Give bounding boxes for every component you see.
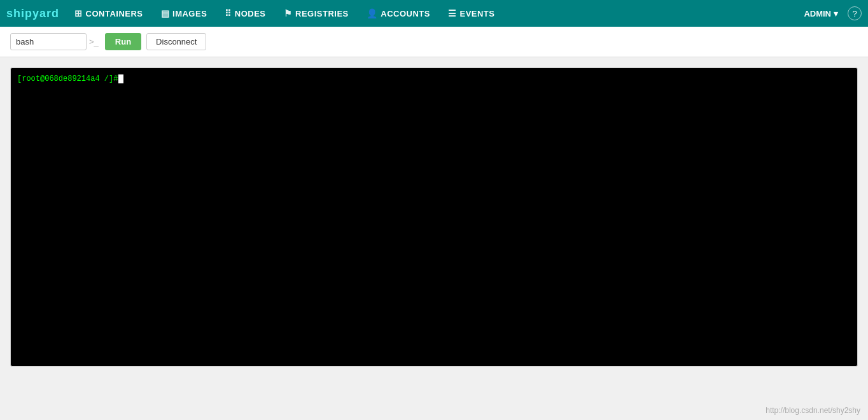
containers-label: CONTAINERS xyxy=(86,9,143,18)
dropdown-icon: ▾ xyxy=(834,9,838,18)
command-toolbar: >_ Run Disconnect xyxy=(0,27,868,57)
prompt-icon: >_ xyxy=(89,37,99,46)
admin-label: ADMIN xyxy=(804,9,831,18)
terminal[interactable]: [root@068de89214a4 /]# xyxy=(10,67,858,367)
images-label: IMAGES xyxy=(172,9,207,18)
nav-item-images[interactable]: ▤ IMAGES xyxy=(152,0,216,27)
run-button[interactable]: Run xyxy=(105,33,141,50)
terminal-prompt-line: [root@068de89214a4 /]# xyxy=(17,74,851,83)
admin-menu[interactable]: ADMIN ▾ xyxy=(804,9,838,18)
help-button[interactable]: ? xyxy=(848,6,862,20)
command-input[interactable] xyxy=(10,33,87,50)
terminal-cursor xyxy=(118,74,123,83)
accounts-icon: 👤 xyxy=(367,8,378,18)
watermark: http://blog.csdn.net/shy2shy xyxy=(766,406,860,415)
nav-right: ADMIN ▾ ? xyxy=(804,6,862,20)
images-icon: ▤ xyxy=(161,8,170,18)
registries-icon: ⚑ xyxy=(284,8,293,18)
disconnect-button[interactable]: Disconnect xyxy=(146,33,206,50)
registries-label: REGISTRIES xyxy=(295,9,349,18)
nav-item-events[interactable]: ☰ EVENTS xyxy=(439,0,504,27)
nav-items: ⊞ CONTAINERS ▤ IMAGES ⠿ NODES ⚑ REGISTRI… xyxy=(66,0,804,27)
nav-item-nodes[interactable]: ⠿ NODES xyxy=(216,0,274,27)
logo-text: shipyard xyxy=(6,7,59,20)
nav-bar: shipyard ⊞ CONTAINERS ▤ IMAGES ⠿ NODES ⚑… xyxy=(0,0,868,27)
nodes-label: NODES xyxy=(235,9,266,18)
nav-item-registries[interactable]: ⚑ REGISTRIES xyxy=(275,0,358,27)
nodes-icon: ⠿ xyxy=(225,8,232,18)
terminal-prompt-text: [root@068de89214a4 /]# xyxy=(17,74,118,83)
accounts-label: ACCOUNTS xyxy=(381,9,430,18)
events-label: EVENTS xyxy=(459,9,494,18)
logo[interactable]: shipyard xyxy=(6,7,59,20)
help-label: ? xyxy=(852,9,857,18)
nav-item-containers[interactable]: ⊞ CONTAINERS xyxy=(66,0,151,27)
events-icon: ☰ xyxy=(448,8,457,18)
nav-item-accounts[interactable]: 👤 ACCOUNTS xyxy=(358,0,439,27)
containers-icon: ⊞ xyxy=(74,8,83,18)
